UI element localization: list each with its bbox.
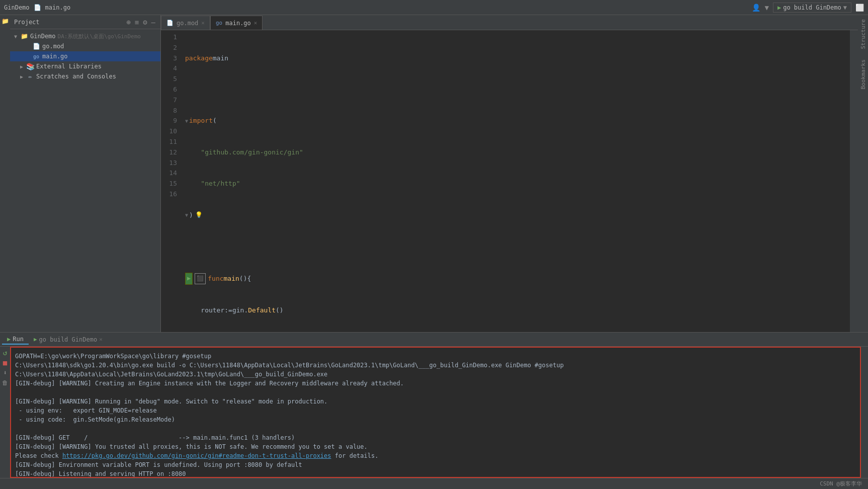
code-line-5: "net/http" bbox=[185, 179, 846, 189]
main-layout: 📁 Project ⊕ ≡ ⚙ — ▼ 📁 GinDemo DA:系统默认\桌面… bbox=[0, 15, 868, 332]
title-file-label: main.go bbox=[45, 4, 71, 11]
bottom-panel: ▶ Run ▶ go build GinDemo ✕ ↺ ■ ⬇ 🗑 GOPAT… bbox=[0, 332, 868, 478]
console-line-10: [GIN-debug] GET / --> main.main.func1 (3… bbox=[15, 433, 856, 442]
code-line-3: ▼ import ( bbox=[185, 116, 846, 126]
tree-item-extlib[interactable]: ▶ 📚 External Libraries bbox=[10, 61, 160, 71]
clear-icon[interactable]: 🗑 bbox=[1, 379, 9, 387]
maximize-icon[interactable]: ⬜ bbox=[855, 4, 864, 12]
restart-icon[interactable]: ↺ bbox=[1, 349, 9, 357]
project-header-icons: ⊕ ≡ ⚙ — bbox=[125, 18, 156, 26]
code-line-1: package main bbox=[185, 53, 846, 64]
console-right-strip bbox=[861, 347, 868, 478]
tree-label-scratches: Scratches and Consoles bbox=[36, 73, 116, 80]
attribution-text: CSDN @极客李华 bbox=[820, 480, 862, 487]
console-line-11: [GIN-debug] [WARNING] You trusted all pr… bbox=[15, 442, 856, 451]
tree-arrow-extlib: ▶ bbox=[20, 64, 26, 69]
title-bar-right: 👤 ▼ ▶ go build GinDemo ▼ ⬜ bbox=[752, 3, 864, 13]
lightbulb-icon[interactable]: 💡 bbox=[195, 210, 203, 220]
console-line-3: C:\Users\11848\AppData\Local\JetBrains\G… bbox=[15, 370, 856, 379]
console-line-8: - using code: gin.SetMode(gin.ReleaseMod… bbox=[15, 415, 856, 424]
tree-root[interactable]: ▼ 📁 GinDemo DA:系统默认\桌面\go\GinDemo bbox=[10, 31, 160, 41]
gobuild-label: go build GinDemo bbox=[39, 336, 98, 343]
tree-item-gomod[interactable]: 📄 go.mod bbox=[10, 41, 160, 51]
folder-icon-root: 📁 bbox=[20, 32, 28, 40]
editor-area: 📄 go.mod ✕ go main.go ✕ 1 2 3 4 5 6 7 8 … bbox=[161, 15, 858, 332]
user-icon[interactable]: 👤 ▼ bbox=[752, 4, 769, 12]
editor-scrollbar[interactable] bbox=[850, 30, 858, 332]
project-header-title: Project bbox=[14, 19, 125, 26]
tab-gomod-icon: 📄 bbox=[166, 20, 173, 26]
tab-gomod-close[interactable]: ✕ bbox=[201, 20, 205, 26]
tree-arrow-root: ▼ bbox=[14, 34, 20, 39]
code-line-4: "github.com/gin-gonic/gin" bbox=[185, 147, 846, 158]
add-icon[interactable]: ⊕ bbox=[125, 18, 131, 26]
code-content: package main ▼ import ( "github.com/gin-… bbox=[181, 30, 850, 332]
run-tab-label: Run bbox=[13, 336, 24, 343]
project-panel-icon[interactable]: 📁 bbox=[1, 17, 9, 25]
list-icon[interactable]: ≡ bbox=[134, 18, 140, 26]
tab-maingo[interactable]: go main.go ✕ bbox=[210, 16, 263, 30]
scroll-end-icon[interactable]: ⬇ bbox=[1, 369, 9, 377]
title-bar: GinDemo 📄 main.go 👤 ▼ ▶ go build GinDemo… bbox=[0, 0, 868, 15]
project-tree: ▼ 📁 GinDemo DA:系统默认\桌面\go\GinDemo 📄 go.m… bbox=[10, 29, 160, 332]
tree-item-scratches[interactable]: ▶ ✏ Scratches and Consoles bbox=[10, 71, 160, 82]
code-line-7 bbox=[185, 241, 846, 252]
app-name: GinDemo bbox=[4, 4, 30, 11]
console-line-5 bbox=[15, 388, 856, 397]
title-bar-left: GinDemo 📄 main.go bbox=[4, 4, 752, 11]
console-link[interactable]: https://pkg.go.dev/github.com/gin-gonic/… bbox=[62, 452, 331, 459]
tree-label-gomod: go.mod bbox=[42, 43, 64, 50]
bottom-content: ↺ ■ ⬇ 🗑 GOPATH=E:\go\work\ProgramWorkSpa… bbox=[0, 347, 868, 478]
fold-icon-6[interactable]: ▼ bbox=[185, 211, 188, 219]
code-editor: 1 2 3 4 5 6 7 8 9 10 11 12 13 14 15 16 p… bbox=[161, 30, 858, 332]
bottom-left-icons: ↺ ■ ⬇ 🗑 bbox=[0, 347, 10, 478]
console-line-9 bbox=[15, 424, 856, 433]
maingo-file-icon: go bbox=[32, 52, 40, 60]
title-file-icon: 📄 bbox=[34, 4, 41, 11]
console-line-2: C:\Users\11848\sdk\go1.20.4\bin\go.exe b… bbox=[15, 361, 856, 370]
tree-label-extlib: External Libraries bbox=[36, 63, 102, 70]
tab-gomod-label: go.mod bbox=[177, 20, 198, 27]
console-line-7: - using env: export GIN_MODE=release bbox=[15, 406, 856, 415]
left-icon-strip: 📁 bbox=[0, 15, 10, 332]
run-config-label: go build GinDemo bbox=[783, 4, 841, 11]
bottom-bar: CSDN @极客李华 bbox=[0, 478, 868, 489]
settings-icon[interactable]: ⚙ bbox=[142, 18, 148, 26]
tree-root-label: GinDemo bbox=[30, 33, 56, 40]
code-line-8: ▶ ⬛ func main() { bbox=[185, 273, 846, 284]
run-tab-icon: ▶ bbox=[7, 336, 11, 343]
tab-maingo-close[interactable]: ✕ bbox=[254, 20, 257, 26]
debug-icon: ⬛ bbox=[197, 274, 204, 283]
tab-gomod[interactable]: 📄 go.mod ✕ bbox=[161, 16, 210, 30]
right-tab-structure[interactable]: Structure bbox=[860, 19, 866, 49]
extlib-icon: 📚 bbox=[26, 62, 34, 70]
bottom-tab-gobuild[interactable]: ▶ go build GinDemo ✕ bbox=[29, 335, 108, 344]
code-line-2 bbox=[185, 85, 846, 95]
debug-button[interactable]: ⬛ bbox=[195, 273, 206, 284]
run-config-icon: ▶ bbox=[777, 4, 781, 11]
gomod-file-icon: 📄 bbox=[32, 42, 40, 50]
chevron-down-icon: ▼ bbox=[843, 4, 847, 11]
fold-icon-3[interactable]: ▼ bbox=[185, 117, 188, 125]
bottom-tab-run[interactable]: ▶ Run bbox=[2, 335, 29, 345]
right-tab-bookmarks[interactable]: Bookmarks bbox=[860, 59, 866, 90]
stop-icon[interactable]: ■ bbox=[1, 359, 9, 367]
right-tabs: Structure Bookmarks bbox=[858, 15, 868, 332]
console-output: GOPATH=E:\go\work\ProgramWorkSpace\go\li… bbox=[10, 347, 861, 478]
run-config-dropdown[interactable]: ▶ go build GinDemo ▼ bbox=[773, 3, 851, 13]
line-numbers: 1 2 3 4 5 6 7 8 9 10 11 12 13 14 15 16 bbox=[161, 30, 181, 332]
scratch-icon: ✏ bbox=[26, 72, 34, 80]
console-line-12: Please check https://pkg.go.dev/github.c… bbox=[15, 451, 856, 460]
close-panel-icon[interactable]: — bbox=[150, 18, 156, 26]
tab-maingo-label: main.go bbox=[225, 20, 251, 27]
gobuild-icon: ▶ bbox=[34, 336, 37, 343]
console-line-14: [GIN-debug] Listening and serving HTTP o… bbox=[15, 469, 856, 478]
run-button[interactable]: ▶ bbox=[185, 273, 193, 284]
run-play-icon: ▶ bbox=[187, 274, 191, 283]
tree-arrow-scratches: ▶ bbox=[20, 74, 26, 79]
project-header: Project ⊕ ≡ ⚙ — bbox=[10, 15, 160, 29]
gobuild-close[interactable]: ✕ bbox=[99, 336, 103, 343]
bottom-tabs: ▶ Run ▶ go build GinDemo ✕ bbox=[0, 333, 868, 347]
tree-item-maingo[interactable]: go main.go bbox=[10, 51, 160, 61]
console-line-4: [GIN-debug] [WARNING] Creating an Engine… bbox=[15, 379, 856, 388]
